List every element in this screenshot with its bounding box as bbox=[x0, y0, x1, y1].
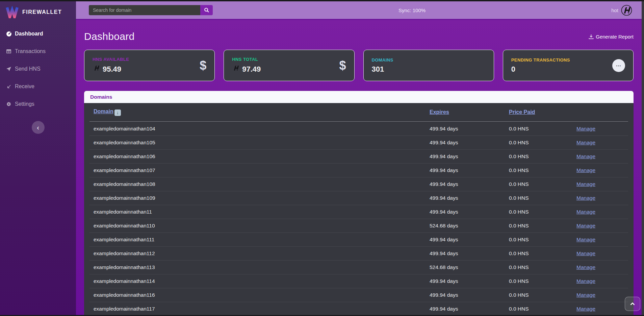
table-row: exampledomainnathan114499.94 days0.0 HNS… bbox=[89, 274, 628, 288]
expires-cell: 499.94 days bbox=[426, 153, 505, 160]
domain-cell: exampledomainnathan104 bbox=[89, 126, 426, 132]
chevron-up-icon bbox=[630, 302, 635, 306]
generate-report-button[interactable]: Generate Report bbox=[589, 34, 634, 40]
gear-icon bbox=[6, 101, 12, 107]
manage-link[interactable]: Manage bbox=[576, 223, 595, 228]
search-button[interactable] bbox=[200, 5, 213, 15]
sidebar-item-send-hns[interactable]: Send HNS bbox=[0, 60, 76, 78]
firewallet-logo-icon bbox=[5, 6, 19, 18]
paper-plane-icon bbox=[6, 66, 12, 72]
chevron-left-icon: ‹ bbox=[37, 124, 39, 131]
table-row: exampledomainnathan107499.94 days0.0 HNS… bbox=[89, 163, 628, 177]
handshake-logo-icon[interactable] bbox=[621, 5, 632, 16]
manage-link[interactable]: Manage bbox=[576, 181, 595, 187]
table-row: exampledomainnathan109499.94 days0.0 HNS… bbox=[89, 191, 628, 205]
expires-cell: 499.94 days bbox=[426, 306, 505, 312]
search-input[interactable] bbox=[89, 5, 200, 15]
arrow-down-left-icon bbox=[6, 83, 12, 90]
manage-cell: Manage bbox=[572, 278, 628, 284]
scroll-to-top-button[interactable] bbox=[625, 297, 640, 311]
domain-cell: exampledomainnathan105 bbox=[89, 140, 426, 146]
manage-link[interactable]: Manage bbox=[576, 126, 595, 131]
stat-card-value: 301 bbox=[372, 65, 384, 74]
app-window: FIREWALLET Dashboard Transactions Send H… bbox=[0, 1, 642, 315]
window-frame-right bbox=[642, 0, 644, 316]
tachometer-icon bbox=[6, 31, 12, 37]
manage-link[interactable]: Manage bbox=[576, 306, 595, 312]
manage-link[interactable]: Manage bbox=[576, 153, 595, 159]
stat-card-value: 95.49 bbox=[103, 65, 121, 74]
domain-search bbox=[89, 5, 213, 15]
ellipsis-menu-button[interactable]: ... bbox=[612, 59, 625, 72]
expires-cell: 499.94 days bbox=[426, 126, 505, 132]
sidebar-item-label: Transactions bbox=[15, 48, 46, 54]
manage-link[interactable]: Manage bbox=[576, 167, 595, 173]
stat-card-label: DOMAINS bbox=[372, 57, 393, 63]
table-header-row: Domain↓ Expires Price Paid bbox=[89, 103, 628, 122]
domain-cell: exampledomainnathan114 bbox=[89, 278, 426, 284]
expires-cell: 499.94 days bbox=[426, 195, 505, 201]
price-paid-cell: 0.0 HNS bbox=[505, 264, 572, 270]
manage-link[interactable]: Manage bbox=[576, 292, 595, 298]
sidebar-item-dashboard[interactable]: Dashboard bbox=[0, 25, 76, 43]
manage-cell: Manage bbox=[572, 153, 628, 160]
domain-cell: exampledomainnathan111 bbox=[89, 237, 426, 243]
table-row: exampledomainnathan110524.68 days0.0 HNS… bbox=[89, 219, 628, 233]
manage-cell: Manage bbox=[572, 306, 628, 312]
domain-cell: exampledomainnathan109 bbox=[89, 195, 426, 201]
sort-descending-icon: ↓ bbox=[114, 110, 121, 116]
domains-panel: Domains Domain↓ Expires Price Paid examp… bbox=[84, 91, 634, 315]
stat-card-domains: DOMAINS 301 bbox=[363, 50, 494, 81]
table-icon bbox=[6, 48, 12, 54]
expires-cell: 524.68 days bbox=[426, 223, 505, 229]
manage-link[interactable]: Manage bbox=[576, 250, 595, 256]
brand[interactable]: FIREWALLET bbox=[0, 1, 76, 22]
sidebar-item-label: Receive bbox=[15, 83, 34, 90]
price-paid-cell: 0.0 HNS bbox=[505, 223, 572, 229]
price-paid-cell: 0.0 HNS bbox=[505, 195, 572, 201]
price-paid-cell: 0.0 HNS bbox=[505, 209, 572, 215]
manage-link[interactable]: Manage bbox=[576, 264, 595, 270]
domain-cell: exampledomainnathan113 bbox=[89, 264, 426, 270]
manage-link[interactable]: Manage bbox=[576, 237, 595, 242]
manage-cell: Manage bbox=[572, 209, 628, 215]
domains-table-body: exampledomainnathan104499.94 days0.0 HNS… bbox=[89, 122, 628, 315]
sidebar-collapse-button[interactable]: ‹ bbox=[32, 121, 45, 134]
expires-cell: 499.94 days bbox=[426, 292, 505, 298]
manage-cell: Manage bbox=[572, 167, 628, 173]
price-paid-cell: 0.0 HNS bbox=[505, 126, 572, 132]
sidebar: FIREWALLET Dashboard Transactions Send H… bbox=[0, 1, 76, 315]
expires-cell: 499.94 days bbox=[426, 237, 505, 243]
search-icon bbox=[204, 7, 209, 13]
domain-cell: exampledomainnathan106 bbox=[89, 153, 426, 160]
table-row: exampledomainnathan116499.94 days0.0 HNS… bbox=[89, 288, 628, 302]
sidebar-item-transactions[interactable]: Transactions bbox=[0, 43, 76, 60]
column-header-price-paid[interactable]: Price Paid bbox=[509, 109, 535, 115]
price-paid-cell: 0.0 HNS bbox=[505, 292, 572, 298]
sidebar-item-receive[interactable]: Receive bbox=[0, 78, 76, 95]
panel-title: Domains bbox=[90, 94, 112, 100]
stat-card-value: 0 bbox=[511, 65, 515, 74]
manage-cell: Manage bbox=[572, 250, 628, 257]
page-title: Dashboard bbox=[84, 31, 134, 42]
wallet-indicator: hot bbox=[611, 5, 632, 16]
column-header-expires[interactable]: Expires bbox=[430, 109, 449, 115]
domain-cell: exampledomainnathan116 bbox=[89, 292, 426, 298]
expires-cell: 499.94 days bbox=[426, 209, 505, 215]
domain-cell: exampledomainnathan117 bbox=[89, 306, 426, 312]
manage-link[interactable]: Manage bbox=[576, 209, 595, 215]
wallet-name: hot bbox=[611, 7, 618, 13]
sidebar-item-label: Settings bbox=[15, 101, 34, 107]
manage-link[interactable]: Manage bbox=[576, 140, 595, 145]
column-header-domain[interactable]: Domain bbox=[94, 108, 113, 114]
manage-cell: Manage bbox=[572, 264, 628, 270]
expires-cell: 524.68 days bbox=[426, 264, 505, 270]
stat-card-label: PENDING TRANSACTIONS bbox=[511, 57, 570, 63]
manage-link[interactable]: Manage bbox=[576, 195, 595, 201]
sidebar-item-settings[interactable]: Settings bbox=[0, 95, 76, 113]
ellipsis-icon: ... bbox=[616, 62, 621, 67]
manage-link[interactable]: Manage bbox=[576, 278, 595, 284]
dollar-icon: $ bbox=[339, 58, 346, 73]
domain-cell: exampledomainnathan108 bbox=[89, 181, 426, 187]
dashboard-content: Dashboard Generate Report HNS AVAILABLE bbox=[76, 20, 642, 315]
